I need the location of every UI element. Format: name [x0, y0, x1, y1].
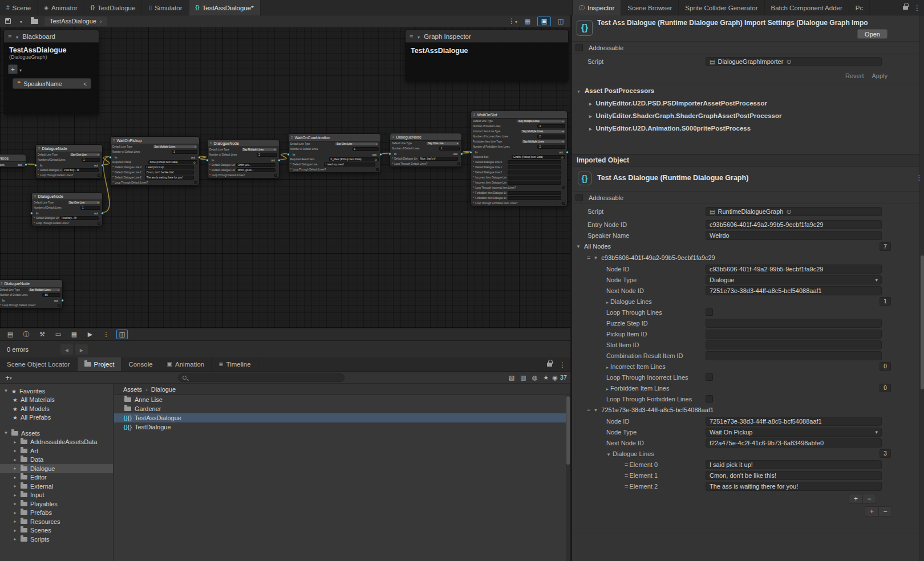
graph-inspector-header[interactable]: Graph Inspector — [406, 30, 568, 43]
graph-node-waitoncombination[interactable]: ≡WaitOnCombinationDefault Line TypeSay O… — [288, 133, 381, 173]
expand-arrow[interactable]: ▸ — [13, 493, 18, 498]
graph-node-dialoguenode[interactable]: ≡DialogueNodeDefault Line TypeSay Multip… — [0, 279, 63, 308]
toolbar-icon-button[interactable]: ★ — [543, 374, 549, 381]
node-row[interactable]: Number of Default Lines1 — [32, 205, 102, 210]
node-row[interactable]: Default Line TypeSay Multiple Lines▾ — [471, 119, 567, 124]
node-row[interactable]: “Default Dialogue Line 0Ohhh yes... — [208, 162, 279, 168]
node-row[interactable]: “Loop Through Default Lines? — [208, 173, 279, 178]
breadcrumb-current[interactable]: Dialogue — [151, 386, 176, 393]
asset-list-item[interactable]: Anne Lise — [114, 395, 570, 404]
graph-footer-button[interactable]: ▶ — [84, 330, 96, 339]
collapse-arrow-icon[interactable] — [416, 33, 420, 40]
blackboard-panel[interactable]: Blackboard TestAssDialogue (DialogueGrap… — [3, 30, 99, 115]
node-row[interactable]: “Loop Through Default Lines? — [32, 221, 102, 226]
inspector-tab[interactable]: ⓘ Inspector — [573, 0, 621, 15]
inspector-tab[interactable]: Pc — [849, 0, 870, 15]
editor-tab[interactable]: ▯ Simulator — [142, 0, 189, 15]
node-row[interactable]: Number of Default Lines3 — [111, 149, 199, 155]
node-row[interactable]: Forbidden Item Line TypeSay Multiple Lin… — [471, 139, 567, 144]
bottom-tab[interactable]: Scene Object Locator — [0, 357, 78, 371]
add-property-button[interactable]: + — [8, 64, 18, 74]
node-ports-row[interactable]: Inout — [111, 155, 199, 160]
add-element-button[interactable]: + — [849, 494, 862, 503]
scrollbar-thumb[interactable] — [921, 255, 924, 389]
revert-button[interactable]: Revert — [845, 72, 864, 79]
project-tree-folder[interactable]: ▸ Editor — [0, 473, 113, 482]
node-row[interactable]: Default Line TypeSay One Line▾ — [32, 200, 102, 205]
collapse-arrow-icon[interactable] — [15, 33, 19, 40]
graph-node-dialoguenode[interactable]: ≡DialogueNodeDefault Line TypeSay One Li… — [390, 133, 462, 167]
graph-node-dialoguenode[interactable]: ≡DialogueNodeDefault Line TypeSay Multip… — [207, 139, 279, 178]
node-row[interactable]: “Loop Through Default Lines? — [390, 161, 461, 166]
node-row[interactable]: Default Line TypeSay One Line▾ — [36, 152, 102, 157]
graph-node-waitonpickup[interactable]: ≡WaitOnPickupDefault Line TypeSay Multip… — [110, 136, 200, 186]
bottom-tab[interactable]: Project — [78, 357, 122, 371]
value-field[interactable] — [706, 351, 882, 360]
graph-footer-button[interactable]: ◫ — [116, 330, 128, 339]
node-row[interactable]: “Incorrect Item Dialogue Line 1 — [471, 180, 567, 185]
editor-tab[interactable]: # Scene — [0, 0, 38, 15]
inspector-tab[interactable]: Batch Component Adder — [765, 0, 849, 15]
node-row[interactable]: “Default Dialogue Line 2 — [471, 170, 567, 175]
postprocessor-item[interactable]: UnityEditor.U2D.Animation.S000pritePostP… — [572, 122, 924, 135]
graph-options-button[interactable] — [508, 17, 518, 26]
node-row[interactable]: Required Result ItemK_Meat (Pickup Item … — [289, 157, 380, 162]
node-row[interactable]: Number of Default Lines1 — [36, 157, 102, 162]
script-field[interactable]: ▤ RuntimeDialogueGraph — [706, 207, 882, 216]
lock-icon[interactable] — [903, 6, 908, 10]
node-ports-row[interactable]: Inout — [36, 162, 102, 168]
node-title-bar[interactable]: ≡WaitOnCombination — [289, 134, 380, 141]
expand-arrow[interactable]: ▸ — [13, 448, 18, 453]
expand-arrow[interactable]: ▸ — [13, 440, 18, 445]
node-row[interactable]: “Default Dialogue LinePost boy... W — [32, 216, 102, 221]
inspector-tab[interactable]: Sprite Collider Generator — [679, 0, 764, 15]
next-error-button[interactable] — [75, 344, 88, 355]
object-picker-icon[interactable] — [786, 58, 791, 66]
favorites-item[interactable]: All Models — [0, 404, 113, 413]
create-asset-button[interactable] — [3, 373, 14, 383]
value-field[interactable] — [706, 319, 882, 328]
postprocessors-foldout[interactable]: Asset PostProcessors — [572, 84, 924, 97]
expand-arrow[interactable]: ▸ — [13, 536, 18, 542]
node-ports-row[interactable]: Inout — [0, 298, 62, 303]
pane-divider[interactable] — [570, 15, 572, 561]
node-row[interactable]: “Default Dialogue LinePost boy... W — [36, 168, 102, 173]
save-button[interactable] — [3, 17, 13, 26]
node-title-bar[interactable]: ≡DialogueNode — [208, 140, 279, 147]
node-row[interactable]: Default Line TypeSay Multiple Lines▾ — [111, 144, 199, 149]
object-picker-icon[interactable] — [786, 208, 791, 216]
expand-property-icon[interactable] — [83, 80, 87, 87]
expand-arrow[interactable]: ▸ — [13, 519, 18, 524]
graph-footer-button[interactable]: ⚒ — [37, 330, 48, 339]
expand-arrow[interactable]: ▼ — [3, 388, 9, 393]
expand-arrow[interactable]: ▸ — [13, 475, 18, 480]
expand-arrow[interactable]: ▸ — [13, 483, 18, 489]
project-tree-folder[interactable]: ▸ Data — [0, 456, 113, 465]
node-row[interactable]: Number of Forbidden Item Lines2 — [471, 144, 567, 149]
inspector-scrollbar[interactable] — [919, 15, 924, 561]
bottom-tab[interactable]: ▣ Animation — [160, 357, 212, 371]
node-row[interactable]: “Loop Through Incorrect Item Lines? — [471, 185, 567, 190]
node-row[interactable]: “Default Dialogue Line 0I said pick it u… — [111, 165, 199, 170]
project-tree-folder[interactable]: ▸ Playables — [0, 499, 113, 509]
graph-node-waitonslot[interactable]: ≡WaitOnSlotDefault Line TypeSay Multiple… — [471, 111, 568, 206]
toggle-graph-inspector-button[interactable] — [537, 17, 551, 26]
node-row[interactable]: “Default Dialogue Line 0 — [471, 160, 567, 165]
scrollbar-thumb[interactable] — [566, 396, 570, 465]
project-tree-folder[interactable]: ▸ Input — [0, 491, 113, 500]
asset-list-item[interactable]: Gardener — [114, 404, 570, 413]
value-field[interactable]: 7251e73e-38d3-44ff-a8c5-bcf54088aaf1 — [706, 417, 882, 426]
project-tree-folder[interactable]: ▸ Scenes — [0, 526, 113, 535]
array-size-field[interactable]: 0 — [880, 362, 891, 371]
node-row[interactable]: “Loop Through Forbidden Item Lines? — [471, 201, 567, 206]
expand-arrow[interactable]: ▸ — [13, 501, 18, 506]
postprocessor-item[interactable]: UnityEditor.ShaderGraph.ShaderGraphAsset… — [572, 109, 924, 122]
graph-canvas[interactable]: ≡StartNodeConnectionsout≡DialogueNodeDef… — [0, 27, 570, 328]
toggle-blackboard-button[interactable] — [521, 17, 534, 26]
value-field[interactable] — [706, 330, 882, 339]
node-row[interactable]: “Default Dialogue Line 1Mmm, good... — [208, 168, 279, 173]
add-element-button[interactable]: + — [865, 507, 878, 516]
node-ports-row[interactable]: Inout — [471, 149, 567, 155]
editor-tab[interactable]: ◈ Animator — [38, 0, 84, 15]
value-field[interactable]: f22a475e-4c2f-41c6-9b73-6a83498abfe0 — [706, 438, 882, 448]
